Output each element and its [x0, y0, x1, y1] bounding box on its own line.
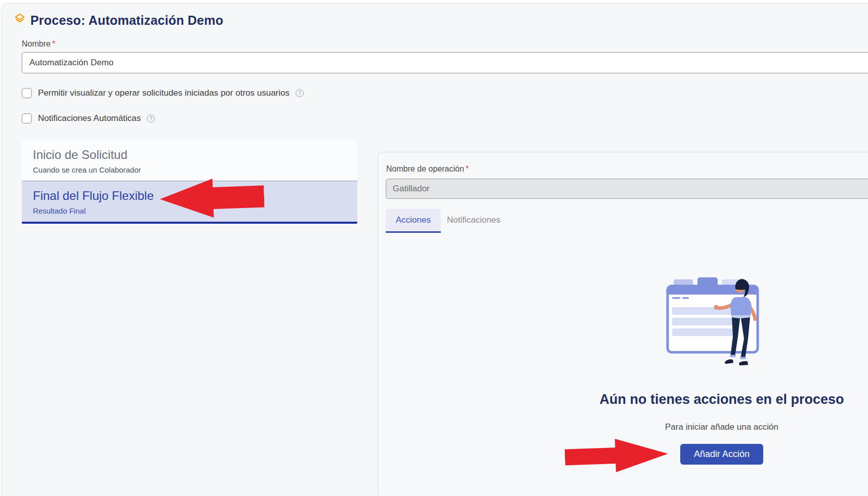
- share-requests-checkbox[interactable]: [22, 88, 32, 98]
- stage-list: Inicio de Solicitud Cuando se crea un Co…: [22, 140, 357, 224]
- help-icon[interactable]: ?: [296, 89, 304, 97]
- process-name-input[interactable]: [22, 52, 868, 73]
- checkbox-row-auto-notifications: Notificaciones Automáticas ?: [22, 113, 155, 123]
- checkbox-row-share-requests: Permitir visualizar y operar solicitudes…: [22, 88, 304, 98]
- operation-tabs: Acciones Notificaciones: [386, 209, 507, 233]
- stage-title: Inicio de Solicitud: [33, 148, 346, 162]
- layers-icon: [14, 13, 25, 25]
- process-editor-page: Proceso: Automatización Demo Nombre* Per…: [1, 3, 868, 496]
- page-title: Proceso: Automatización Demo: [30, 13, 223, 28]
- operation-name-input[interactable]: [386, 179, 868, 199]
- required-asterisk: *: [52, 39, 55, 48]
- help-icon[interactable]: ?: [147, 114, 155, 122]
- tab-notificaciones[interactable]: Notificaciones: [441, 209, 507, 233]
- empty-state-subtitle: Para iniciar añade una acción: [378, 422, 868, 432]
- stage-subtitle: Cuando se crea un Colaborador: [33, 166, 346, 174]
- auto-notifications-checkbox[interactable]: [22, 113, 32, 123]
- auto-notifications-label: Notificaciones Automáticas: [38, 113, 141, 123]
- tab-acciones[interactable]: Acciones: [386, 209, 441, 233]
- share-requests-label: Permitir visualizar y operar solicitudes…: [38, 88, 290, 98]
- stage-item-inicio-de-solicitud[interactable]: Inicio de Solicitud Cuando se crea un Co…: [22, 140, 357, 181]
- operation-name-label: Nombre de operación*: [386, 164, 469, 174]
- screen: Proceso: Automatización Demo Nombre* Per…: [0, 0, 868, 496]
- required-asterisk: *: [466, 164, 469, 173]
- add-action-button[interactable]: Añadir Acción: [680, 444, 763, 465]
- empty-state-title: Aún no tienes acciones en el proceso: [378, 392, 868, 407]
- empty-state-illustration: [661, 276, 767, 375]
- process-name-label: Nombre*: [22, 39, 55, 49]
